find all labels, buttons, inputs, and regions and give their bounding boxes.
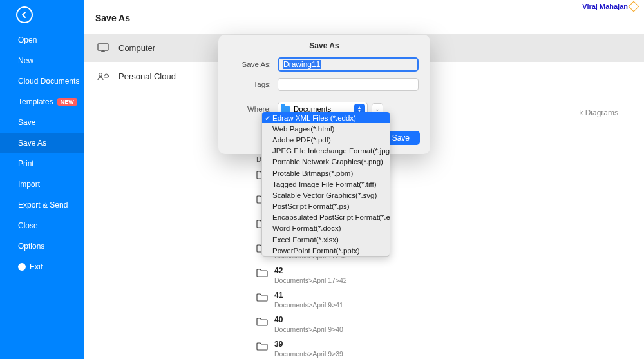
new-badge: NEW [57, 98, 77, 106]
page-title: Save As [84, 0, 644, 34]
format-option[interactable]: Scalable Vector Graphics(*.svg) [262, 189, 390, 200]
sidebar-item-cloud-documents[interactable]: Cloud Documents [0, 71, 84, 92]
sidebar-item-label: Close [18, 221, 38, 230]
svg-rect-0 [98, 44, 108, 50]
tags-label: Tags: [218, 81, 278, 88]
person-cloud-icon [97, 71, 109, 81]
svg-point-1 [99, 73, 102, 77]
sidebar-item-label: New [18, 56, 33, 65]
sidebar-item-save-as[interactable]: Save As [0, 133, 84, 153]
format-option[interactable]: JPEG File Interchange Format(*.jpg) [262, 146, 390, 157]
sidebar-item-close[interactable]: Close [0, 215, 84, 236]
sidebar-item-exit[interactable]: Exit [0, 257, 84, 277]
folder-icon [256, 342, 268, 351]
sidebar-item-label: Exit [30, 262, 43, 271]
folder-icon [256, 293, 268, 302]
tags-input[interactable] [278, 78, 419, 91]
user-name: Viraj Mahajan [582, 3, 628, 10]
dialog-title: Save As [218, 35, 430, 55]
file-path: Documents>April 17>42 [274, 277, 347, 284]
back-button-wrap [16, 6, 84, 23]
hint-text: k Diagrams [579, 108, 618, 117]
back-button[interactable] [16, 6, 33, 23]
format-option[interactable]: Web Pages(*.html) [262, 123, 390, 134]
sidebar-item-label: Templates [18, 97, 53, 106]
format-dropdown[interactable]: Edraw XML Files (*.eddx)Web Pages(*.html… [261, 112, 390, 257]
file-path: Documents>April 9>39 [274, 350, 343, 358]
file-path: Documents>April 9>41 [274, 301, 343, 309]
file-path: Documents>April 9>40 [274, 325, 343, 333]
format-option[interactable]: Portable Network Graphics(*.png) [262, 157, 390, 168]
format-option[interactable]: Tagged Image File Format(*.tiff) [262, 179, 390, 189]
sidebar-item-import[interactable]: Import [0, 174, 84, 195]
saveas-label: Save As: [218, 61, 278, 68]
sidebar-item-label: Import [18, 180, 40, 189]
folder-icon [256, 269, 268, 278]
exit-icon [18, 263, 26, 271]
format-option[interactable]: Adobe PDF(*.pdf) [262, 134, 390, 145]
sidebar-item-options[interactable]: Options [0, 236, 84, 257]
format-option[interactable]: Excel Format(*.xlsx) [262, 234, 390, 245]
sidebar-item-label: Save As [18, 139, 46, 148]
location-label: Computer [118, 43, 155, 53]
file-name: 39 [274, 340, 343, 349]
format-option[interactable]: Edraw XML Files (*.eddx) [262, 112, 390, 123]
user-corner[interactable]: Viraj Mahajan [582, 3, 638, 10]
sidebar-item-export-send[interactable]: Export & Send [0, 195, 84, 215]
sidebar-item-templates[interactable]: TemplatesNEW [0, 92, 84, 112]
sidebar-item-label: Save [18, 118, 35, 127]
file-name: 41 [274, 291, 343, 300]
monitor-icon [97, 43, 109, 53]
folder-icon [256, 318, 268, 327]
file-row[interactable]: 42Documents>April 17>42 [256, 262, 631, 287]
file-name: 40 [274, 315, 343, 324]
format-option[interactable]: PostScript Format(*.ps) [262, 201, 390, 212]
sidebar-item-label: Options [18, 242, 44, 251]
sidebar-item-new[interactable]: New [0, 50, 84, 71]
format-option[interactable]: PowerPoint Format(*.pptx) [262, 245, 390, 256]
format-option[interactable]: Word Format(*.docx) [262, 223, 390, 234]
sidebar-item-print[interactable]: Print [0, 153, 84, 174]
file-row[interactable]: 39Documents>April 9>39 [256, 336, 631, 359]
format-option[interactable]: Encapsulated PostScript Format(*.eps) [262, 212, 390, 223]
sidebar-item-label: Print [18, 159, 34, 168]
sidebar-item-label: Open [18, 35, 37, 44]
sidebar-item-label: Cloud Documents [18, 77, 79, 86]
file-row[interactable]: 40Documents>April 9>40 [256, 311, 631, 336]
filename-input[interactable]: Drawing11 [278, 57, 419, 72]
file-name: 42 [274, 266, 347, 275]
location-label: Personal Cloud [118, 72, 176, 81]
diamond-icon [629, 1, 639, 12]
file-row[interactable]: 41Documents>April 9>41 [256, 287, 631, 311]
sidebar-item-save[interactable]: Save [0, 112, 84, 133]
sidebar: OpenNewCloud DocumentsTemplatesNEWSaveSa… [0, 0, 84, 359]
format-option[interactable]: Protable Bitmaps(*.pbm) [262, 168, 390, 179]
sidebar-item-label: Export & Send [18, 200, 68, 209]
sidebar-item-open[interactable]: Open [0, 30, 84, 50]
arrow-left-icon [21, 11, 28, 19]
